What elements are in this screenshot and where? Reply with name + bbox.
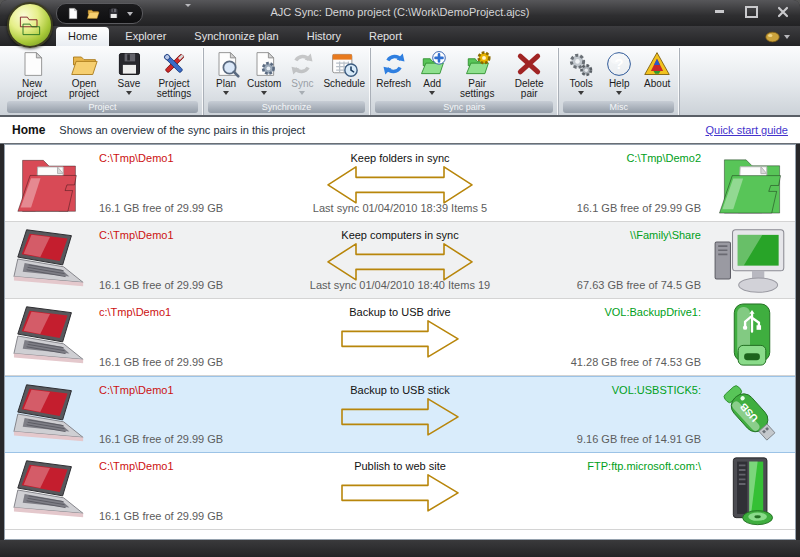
page-title: Home (12, 123, 45, 137)
red-laptop-icon (11, 226, 87, 294)
add-pair-button[interactable]: Add (413, 49, 451, 96)
custom-button[interactable]: Custom (245, 49, 283, 96)
ribbon-group-misc: Tools ? Help About Misc (559, 48, 680, 115)
page-header: Home Shows an overview of the sync pairs… (0, 117, 800, 144)
sync-pair-row-web-site[interactable]: C:\Tmp\Demo1 16.1 GB free of 29.99 GB Pu… (5, 453, 795, 530)
save-button[interactable]: Save (110, 49, 148, 96)
source-path: c:\Tmp\Demo1 (99, 306, 171, 318)
about-button[interactable]: About (638, 49, 676, 90)
floppy-disk-icon (115, 50, 143, 78)
sync-pair-row-usb-stick[interactable]: C:\Tmp\Demo1 16.1 GB free of 29.99 GB Ba… (5, 376, 795, 453)
plan-magnifier-icon (212, 50, 240, 78)
palette-icon (765, 31, 780, 43)
dropdown-arrow-icon (126, 91, 132, 95)
red-x-icon (515, 50, 543, 78)
close-button[interactable] (774, 5, 792, 18)
tab-report[interactable]: Report (357, 27, 414, 46)
dropdown-arrow-icon (429, 91, 435, 95)
target-path: FTP:ftp.microsoft.com:\ (587, 460, 701, 472)
sync-pair-list: C:\Tmp\Demo1 16.1 GB free of 29.99 GB Ke… (4, 144, 796, 540)
refresh-icon (380, 50, 408, 78)
ribbon-group-synchronize: Plan Custom Sync Schedule Synchronize (204, 48, 371, 115)
green-server-icon (711, 456, 793, 527)
custom-gear-icon (250, 50, 278, 78)
ribbon-tab-bar: Home Explorer Synchronize plan History R… (0, 26, 800, 46)
green-folder-icon (711, 148, 793, 219)
quick-start-guide-link[interactable]: Quick start guide (705, 124, 788, 136)
tab-home[interactable]: Home (56, 27, 109, 46)
ribbon-group-project: New project Open project Save Project se… (3, 48, 204, 115)
style-dropdown-icon (784, 35, 790, 39)
maximize-button[interactable] (742, 5, 760, 18)
tab-history[interactable]: History (295, 27, 353, 46)
sync-arrows-icon (288, 50, 316, 78)
about-triangle-icon (643, 50, 671, 78)
target-path: C:\Tmp\Demo2 (626, 152, 701, 164)
dropdown-arrow-icon (299, 91, 305, 95)
group-label-sync-pairs: Sync pairs (375, 101, 553, 113)
target-free-space: 67.63 GB free of 74.5 GB (577, 279, 701, 291)
sync-right-arrow-icon (339, 470, 461, 516)
page-subtitle: Shows an overview of the sync pairs in t… (59, 124, 305, 136)
ribbon-group-sync-pairs: Refresh Add Pair settings Delete pair Sy… (371, 48, 559, 115)
window-title: AJC Sync: Demo project (C:\Work\DemoProj… (100, 6, 700, 18)
app-logo-icon (16, 11, 44, 39)
dropdown-arrow-icon (261, 91, 267, 95)
sync-right-arrow-icon (339, 393, 461, 439)
pair-settings-icon (463, 50, 491, 78)
window-bottom-frame (0, 540, 800, 557)
target-free-space: 16.1 GB free of 29.99 GB (577, 202, 701, 214)
sync-pair-row-folders[interactable]: C:\Tmp\Demo1 16.1 GB free of 29.99 GB Ke… (5, 145, 795, 222)
new-document-icon (18, 50, 46, 78)
target-path: VOL:USBSTICK5: (612, 384, 701, 396)
sync-right-arrow-icon (339, 316, 461, 362)
sync-button: Sync (283, 49, 321, 96)
open-folder-icon[interactable] (86, 7, 100, 20)
style-selector-button[interactable] (765, 31, 790, 43)
sync-both-arrow-icon (325, 162, 475, 208)
green-usb-drive-icon (711, 302, 793, 373)
sync-pair-row-computers[interactable]: C:\Tmp\Demo1 16.1 GB free of 29.99 GB Ke… (5, 222, 795, 299)
project-settings-button[interactable]: Project settings (148, 49, 200, 100)
schedule-button[interactable]: Schedule (321, 49, 367, 90)
target-path: \\Family\Share (630, 229, 701, 241)
app-menu-button[interactable] (7, 2, 53, 48)
source-path: C:\Tmp\Demo1 (99, 384, 174, 396)
refresh-button[interactable]: Refresh (374, 49, 413, 90)
help-icon: ? (605, 50, 633, 78)
green-usb-stick-icon (711, 380, 793, 451)
dropdown-arrow-icon (578, 91, 584, 95)
delete-pair-button[interactable]: Delete pair (503, 49, 555, 100)
red-laptop-icon (11, 381, 87, 449)
help-button[interactable]: ? Help (600, 49, 638, 96)
add-folder-icon (418, 50, 446, 78)
tab-explorer[interactable]: Explorer (113, 27, 178, 46)
minimize-button[interactable] (710, 5, 728, 18)
ribbon: New project Open project Save Project se… (0, 46, 800, 117)
dropdown-arrow-icon (616, 91, 622, 95)
tools-button[interactable]: Tools (562, 49, 600, 96)
source-free-space: 16.1 GB free of 29.99 GB (99, 356, 223, 368)
pair-settings-button[interactable]: Pair settings (451, 49, 503, 100)
crossed-tools-icon (160, 50, 188, 78)
open-project-button[interactable]: Open project (58, 49, 110, 100)
app-window: AJC Sync: Demo project (C:\Work\DemoProj… (0, 0, 800, 557)
source-path: C:\Tmp\Demo1 (99, 460, 174, 472)
group-label-synchronize: Synchronize (208, 101, 365, 113)
source-path: C:\Tmp\Demo1 (99, 229, 174, 241)
source-path: C:\Tmp\Demo1 (99, 152, 174, 164)
sync-pair-row-usb-drive[interactable]: c:\Tmp\Demo1 16.1 GB free of 29.99 GB Ba… (5, 299, 795, 376)
gears-icon (567, 50, 595, 78)
red-laptop-icon (11, 303, 87, 371)
title-bar[interactable]: AJC Sync: Demo project (C:\Work\DemoProj… (0, 0, 800, 26)
plan-button[interactable]: Plan (207, 49, 245, 96)
new-document-icon[interactable] (66, 7, 79, 20)
open-folder-icon (70, 50, 98, 78)
last-sync-status: Last sync 01/04/2010 18:40 Items 19 (205, 279, 595, 291)
target-free-space: 41.28 GB free of 74.53 GB (571, 356, 701, 368)
window-controls (710, 5, 792, 18)
tab-synchronize-plan[interactable]: Synchronize plan (182, 27, 290, 46)
calendar-clock-icon (330, 50, 358, 78)
new-project-button[interactable]: New project (6, 49, 58, 100)
green-desktop-icon (711, 225, 793, 296)
